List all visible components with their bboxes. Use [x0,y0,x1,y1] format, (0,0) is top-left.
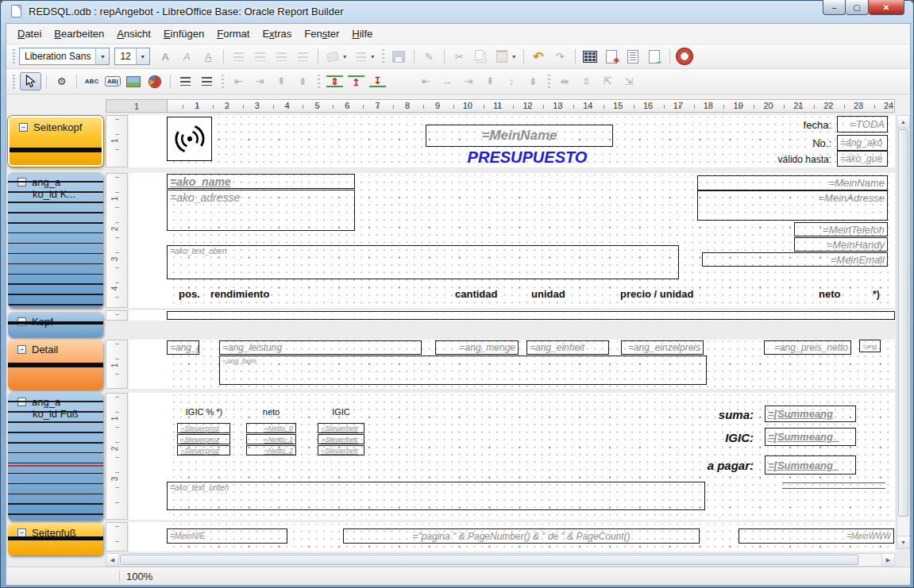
field-ang-preis-netto[interactable]: =ang_preis_netto [764,340,851,355]
vertical-ruler: 123 [106,393,128,520]
field-meinadresse[interactable]: =MeinAdresse [697,190,888,221]
label-neto[interactable]: neto [816,287,848,301]
field-pagina[interactable]: ="pagina " & PageNumber() & " de " & Pag… [343,528,700,544]
field-meinname-title[interactable]: =MeinName [426,125,613,147]
field-ang-pos[interactable]: =ang_po [167,340,199,355]
label-precio-unidad[interactable]: precio / unidad [618,287,718,301]
label-pos[interactable]: pos. [176,287,206,301]
field-netto-0[interactable]: =Netto_0 [246,423,296,433]
field-ang-einheit[interactable]: =ang_einheit [526,340,609,355]
field-steuerproz-3[interactable]: =Steuerproz [177,445,230,455]
application-window: REDSQL.odb : repAngebot - LibreOffice Ba… [0,0,914,588]
field-suma-total[interactable]: =[Summeang [765,405,856,422]
statusbar-separator [119,571,120,582]
section-header-gruppe-fuss[interactable]: −ang_ako_id Fuß [8,392,103,521]
logo-image[interactable] [167,117,212,161]
section-header-seitenkopf[interactable]: −Seitenkopf [8,116,103,167]
section-bound-line [8,536,103,540]
label-cantidad[interactable]: cantidad [453,287,515,301]
vertical-scroll-thumb[interactable] [898,129,908,517]
label-asterisco[interactable]: *) [870,287,885,301]
collapse-icon[interactable]: − [17,398,26,406]
ruler-number: 2 [110,226,119,231]
collapse-icon[interactable]: − [17,178,26,186]
line-decoration-1[interactable] [782,482,885,483]
vertical-ruler [106,522,128,551]
field-ako-text-oben[interactable]: =ako_text_oben [167,245,679,279]
field-ako-name[interactable]: =ako_name [167,174,355,189]
line-decoration-2[interactable] [782,488,885,489]
label-fecha[interactable]: fecha: [761,118,834,132]
field-steuerproz-1[interactable]: =Steuerproz [177,423,230,433]
field-netto-2[interactable]: =Netto_2 [246,445,296,455]
ruler-number: 3 [110,256,119,261]
status-bar: 100% [6,567,910,585]
label-suma[interactable]: suma: [681,407,756,421]
label-no[interactable]: No.: [761,136,834,150]
section-header-gruppe-kopf[interactable]: −ang_ako_id K... [8,172,103,308]
section-header-kopf[interactable]: −Kopf [8,312,103,337]
vertical-ruler [106,310,128,321]
field-mein-www[interactable]: =MeinWWW [739,528,894,544]
field-a-pagar[interactable]: =[Summeang_ [765,455,856,475]
vertical-ruler: 1234 [106,173,128,308]
ruler-number: 3 [110,476,119,481]
field-ang-leistung[interactable]: =ang_leistung [219,340,422,355]
field-igic-total[interactable]: =[Summeang_ [765,428,856,446]
vertical-scrollbar[interactable]: ▲ ▼ [897,115,910,549]
vertical-ruler: 1 [106,115,128,167]
horizontal-scrollbar[interactable]: ◀ ▶ [106,553,895,567]
label-valido-hasta[interactable]: válido hasta: [754,152,834,166]
label-neto-sum[interactable]: neto [246,405,296,417]
field-mein-nie[interactable]: =MeinNIE [167,528,287,544]
section-header-seitenfuss[interactable]: −Seitenfuß [8,523,103,555]
section-header-detail[interactable]: −Detail [8,340,103,390]
section-bound-line [10,148,102,152]
field-steuerbetr-2[interactable]: =Steuerbetr [318,434,364,444]
field-ang-bem[interactable]: =ang_bem [219,355,707,385]
label-igic-pct[interactable]: IGIC % *) [176,405,232,417]
section-label: Seitenkopf [33,121,82,133]
scrollbar-corner [897,553,910,567]
field-meinhandy[interactable]: =MeinHandy [794,237,888,252]
section-header-row: −Detail [8,340,103,355]
field-kopf-empty[interactable] [167,311,895,320]
section-label: ang_a [32,176,60,188]
horizontal-scroll-thumb[interactable] [120,555,858,565]
field-steuerproz-2[interactable]: =Steuerproz [177,434,230,444]
scroll-right-icon[interactable]: ▶ [881,554,894,566]
field-ang-klein[interactable]: =ang_ [859,340,881,352]
ruler-number: 2 [110,446,119,451]
section-bound-line [8,363,103,367]
field-ang-menge[interactable]: =ang_menge [435,340,519,355]
section-label: Detail [32,344,58,355]
field-ang-einzelpreis[interactable]: =ang_einzelpreis [621,340,704,355]
label-igic-sum[interactable]: IGIC [318,405,364,417]
scroll-down-icon[interactable]: ▼ [897,536,909,548]
scroll-up-icon[interactable]: ▲ [897,116,909,129]
section-header-row: −ang_a [8,172,103,188]
field-meinemail[interactable]: =MeinEmail [702,252,888,267]
collapse-icon[interactable]: − [17,345,26,354]
label-unidad[interactable]: unidad [529,287,578,301]
section-bound-line [8,321,103,325]
section-header-row: −Seitenkopf [10,117,102,133]
field-steuerbetr-1[interactable]: =Steuerbetr [318,423,364,433]
field-netto-1[interactable]: =Netto_1 [246,434,296,444]
field-meintelefon[interactable]: =MeinTelefon [794,222,888,236]
ruler-number: 1 [110,197,119,202]
field-fecha[interactable]: =TODA [837,116,888,133]
field-meinname-right[interactable]: =MeinName [697,175,888,190]
section-label: ang_a [32,396,60,408]
collapse-icon[interactable]: − [19,123,28,132]
label-igic-total[interactable]: IGIC: [681,430,756,444]
label-rendimiento[interactable]: rendimiento [208,287,294,301]
scroll-left-icon[interactable]: ◀ [106,554,119,566]
field-angebot-nr[interactable]: =ang_ako [837,135,888,151]
field-steuerbetr-3[interactable]: =Steuerbetr [318,445,364,455]
field-ako-adresse[interactable]: =ako_adresse [167,190,355,231]
field-valido-hasta[interactable]: =ako_gue [837,151,888,167]
label-presupuesto[interactable]: PRESUPUESTO [434,148,621,167]
field-ako-text-unten[interactable]: =ako_text_unten [167,482,705,510]
label-a-pagar[interactable]: a pagar: [681,458,756,472]
